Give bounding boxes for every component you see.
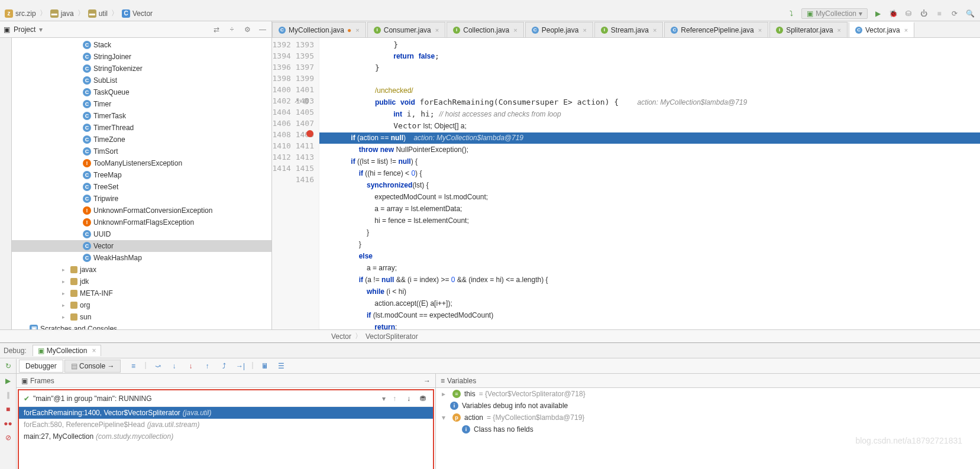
tree-item[interactable]: CSubList — [12, 75, 271, 86]
editor-tab[interactable]: IConsumer.java× — [367, 22, 445, 37]
drop-frame-button[interactable]: ⤴ — [219, 361, 229, 371]
tree-item[interactable]: CTimSort — [12, 145, 271, 157]
gear-icon[interactable]: ⚙ — [242, 24, 253, 35]
tree-item[interactable]: CTimerTask — [12, 110, 271, 122]
tree-item[interactable]: !UnknownFormatFlagsException — [12, 216, 271, 228]
tree-item[interactable]: CTimerThread — [12, 122, 271, 134]
chevron-icon[interactable]: ▸ — [442, 390, 449, 398]
variables-list[interactable]: ▸≡this = {Vector$VectorSpliterator@718}i… — [436, 388, 980, 435]
run-button[interactable]: ▶ — [872, 8, 883, 19]
prev-frame-button[interactable]: ↑ — [389, 393, 400, 404]
frame-list[interactable]: forEachRemaining:1400, Vector$VectorSpli… — [19, 407, 433, 442]
close-icon[interactable]: × — [513, 27, 517, 34]
scratches[interactable]: ▣Scratches and Consoles — [12, 323, 271, 329]
class-icon: ! — [83, 206, 91, 215]
tree-item[interactable]: CTaskQueue — [12, 86, 271, 98]
close-icon[interactable]: × — [435, 27, 439, 34]
console-tab[interactable]: ▤ Console → — [64, 360, 121, 373]
restore-layout-icon[interactable]: → — [423, 377, 431, 385]
hide-button[interactable]: — — [257, 24, 268, 35]
close-icon[interactable]: × — [837, 27, 841, 34]
filter-button[interactable]: ⛃ — [418, 393, 428, 404]
bc-class[interactable]: CVector — [122, 9, 153, 18]
debugger-tab[interactable]: Debugger — [19, 360, 63, 373]
crumb-1[interactable]: Vector — [331, 332, 351, 341]
bc-pkg2[interactable]: ▬util — [88, 9, 108, 18]
rerun-button[interactable]: ↻ — [0, 359, 16, 373]
variable-row[interactable]: iVariables debug info not available — [436, 400, 980, 412]
crumb-2[interactable]: VectorSpliterator — [366, 332, 418, 341]
debug-button[interactable]: 🐞 — [888, 8, 898, 19]
dropdown-icon[interactable]: ▾ — [382, 394, 386, 403]
tree-item[interactable]: CTripwire — [12, 193, 271, 205]
bc-root[interactable]: zsrc.zip — [5, 9, 36, 18]
tree-package[interactable]: ▸org — [12, 299, 271, 311]
tree-item[interactable]: CUUID — [12, 228, 271, 240]
tree-item[interactable]: CStringJoiner — [12, 51, 271, 63]
profile-button[interactable]: ⏻ — [918, 8, 929, 19]
editor-tab[interactable]: ICollection.java× — [447, 22, 523, 37]
close-icon[interactable]: × — [758, 27, 762, 34]
tree-item[interactable]: CVector — [12, 240, 271, 252]
tree-item[interactable]: CStack — [12, 39, 271, 51]
bc-pkg1[interactable]: ▬java — [50, 9, 74, 18]
tree-item[interactable]: CWeakHashMap — [12, 252, 271, 264]
frame-row[interactable]: forEach:580, ReferencePipeline$Head (jav… — [19, 419, 433, 431]
tree-package[interactable]: ▸javax — [12, 264, 271, 276]
dropdown-icon[interactable]: ▾ — [39, 25, 43, 34]
frame-row[interactable]: main:27, MyCollection (com.study.mycolle… — [19, 431, 433, 442]
editor-tab[interactable]: CPeople.java× — [525, 22, 593, 37]
trace-button[interactable]: ☰ — [276, 361, 287, 371]
breakpoint-icon[interactable] — [306, 130, 313, 137]
stop-button[interactable]: ■ — [0, 402, 16, 416]
step-out-button[interactable]: ↑ — [202, 361, 213, 371]
frame-row[interactable]: forEachRemaining:1400, Vector$VectorSpli… — [19, 407, 433, 419]
tree-item[interactable]: CTreeSet — [12, 181, 271, 193]
close-icon[interactable]: × — [583, 27, 586, 34]
chevron-icon[interactable]: ▾ — [442, 413, 449, 422]
coverage-button[interactable]: ⛁ — [903, 8, 914, 19]
force-step-into-button[interactable]: ↓ — [186, 361, 196, 371]
tree-item[interactable]: CTimer — [12, 98, 271, 110]
close-icon[interactable]: × — [653, 27, 656, 34]
editor-tab[interactable]: CVector.java× — [849, 22, 914, 37]
collapse-button[interactable]: ÷ — [227, 24, 237, 35]
pause-button[interactable]: ∥ — [0, 388, 16, 402]
mute-bp-button[interactable]: ⊘ — [0, 431, 16, 445]
tree-package[interactable]: ▸jdk — [12, 276, 271, 287]
run-to-cursor-button[interactable]: →| — [235, 361, 246, 371]
editor-tab[interactable]: CMyCollection.java●× — [272, 22, 366, 37]
variable-row[interactable]: ▾paction = {MyCollection$lambda@719} — [436, 412, 980, 423]
next-frame-button[interactable]: ↓ — [403, 393, 414, 404]
project-tree[interactable]: CStackCStringJoinerCStringTokenizerCSubL… — [12, 38, 271, 329]
stop-button[interactable]: ■ — [934, 8, 945, 19]
step-into-button[interactable]: ↓ — [169, 361, 180, 371]
tree-item[interactable]: CTimeZone — [12, 134, 271, 145]
debug-session-tab[interactable]: ▣MyCollection× — [33, 345, 102, 356]
tree-item[interactable]: !TooManyListenersException — [12, 157, 271, 169]
variable-row[interactable]: iClass has no fields — [436, 423, 980, 435]
editor-tab[interactable]: CReferencePipeline.java× — [664, 22, 768, 37]
search-button[interactable]: 🔍 — [965, 8, 975, 19]
evaluate-button[interactable]: 🖩 — [260, 361, 270, 371]
tree-item[interactable]: CTreeMap — [12, 169, 271, 181]
run-config-selector[interactable]: ▣MyCollection▾ — [801, 8, 868, 19]
step-over-button[interactable]: ⤻ — [153, 361, 163, 371]
build-button[interactable]: ⤵ — [786, 8, 797, 19]
show-exec-button[interactable]: ≡ — [128, 361, 138, 371]
tree-package[interactable]: ▸sun — [12, 311, 271, 323]
breakpoints-button[interactable]: ●● — [0, 416, 16, 431]
tree-item[interactable]: !UnknownFormatConversionException — [12, 205, 271, 216]
tree-package[interactable]: ▸META-INF — [12, 287, 271, 299]
close-icon[interactable]: × — [904, 27, 908, 34]
variable-row[interactable]: ▸≡this = {Vector$VectorSpliterator@718} — [436, 388, 980, 400]
editor-tab[interactable]: ISpliterator.java× — [769, 22, 848, 37]
tree-item[interactable]: CStringTokenizer — [12, 63, 271, 75]
thread-selector[interactable]: "main"@1 in group "main": RUNNING — [33, 394, 379, 403]
editor-tab[interactable]: IStream.java× — [594, 22, 663, 37]
scroll-to-source-button[interactable]: ⇄ — [211, 24, 222, 35]
code-area[interactable]: } return false; } /unchecked/ public voi… — [319, 38, 980, 329]
update-button[interactable]: ⟳ — [949, 8, 960, 19]
resume-button[interactable]: ▶ — [0, 374, 16, 388]
close-icon[interactable]: × — [355, 27, 359, 34]
